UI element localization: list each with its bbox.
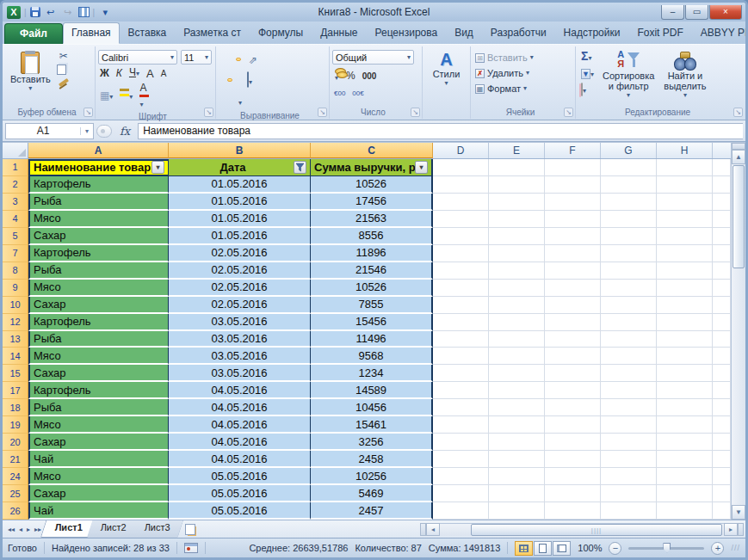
- tab-6[interactable]: Рецензирова: [366, 22, 446, 44]
- cell-empty[interactable]: [433, 262, 489, 280]
- formula-bar-options[interactable]: [96, 125, 112, 138]
- cell-b24[interactable]: 05.05.2016: [169, 468, 311, 485]
- cell-b19[interactable]: 04.05.2016: [169, 416, 311, 434]
- align-middle-button[interactable]: [227, 58, 232, 61]
- cell-empty[interactable]: [489, 382, 545, 399]
- cell-empty[interactable]: [713, 262, 731, 280]
- cell-empty[interactable]: [657, 245, 713, 262]
- scroll-down-icon[interactable]: ▼: [732, 505, 745, 520]
- cell-c26[interactable]: 2457: [311, 502, 433, 520]
- zoom-out-icon[interactable]: −: [609, 542, 621, 555]
- cell-c25[interactable]: 5469: [311, 485, 433, 502]
- cell-empty[interactable]: [545, 502, 601, 520]
- cell-empty[interactable]: [545, 194, 601, 211]
- cell-empty[interactable]: [545, 245, 601, 262]
- cell-empty[interactable]: [713, 485, 731, 502]
- cell-empty[interactable]: [545, 297, 601, 314]
- cell-empty[interactable]: [545, 416, 601, 434]
- cell-b14[interactable]: 03.05.2016: [169, 348, 311, 365]
- cell-empty[interactable]: [601, 228, 657, 245]
- wrap-text-button[interactable]: [236, 91, 244, 110]
- row-header-12[interactable]: 12: [3, 314, 28, 331]
- cell-empty[interactable]: [713, 451, 731, 468]
- cell-c15[interactable]: 1234: [311, 365, 433, 382]
- cell-b25[interactable]: 05.05.2016: [169, 485, 311, 502]
- hscroll-thumb[interactable]: ||||: [471, 524, 722, 536]
- cell-empty[interactable]: [601, 159, 657, 176]
- cell-b2[interactable]: 01.05.2016: [169, 176, 311, 194]
- tab-9[interactable]: Надстройки: [555, 22, 629, 44]
- tab-11[interactable]: ABBYY PDF T: [692, 22, 748, 44]
- column-header-G[interactable]: G: [601, 143, 657, 158]
- cell-empty[interactable]: [433, 502, 489, 520]
- cell-empty[interactable]: [713, 502, 731, 520]
- row-header-7[interactable]: 7: [3, 245, 28, 262]
- cell-c17[interactable]: 14589: [311, 382, 433, 399]
- cell-empty[interactable]: [713, 314, 731, 331]
- align-center-button[interactable]: [227, 78, 232, 82]
- cell-a19[interactable]: Мясо: [28, 416, 169, 434]
- cell-empty[interactable]: [601, 280, 657, 297]
- cell-empty[interactable]: [713, 194, 731, 211]
- cell-empty[interactable]: [657, 280, 713, 297]
- prev-sheet-icon[interactable]: ◂: [17, 526, 24, 533]
- cell-empty[interactable]: [545, 280, 601, 297]
- accounting-format-button[interactable]: [332, 66, 341, 85]
- cell-a26[interactable]: Чай: [28, 502, 169, 520]
- cell-empty[interactable]: [601, 245, 657, 262]
- cell-b3[interactable]: 01.05.2016: [169, 194, 311, 211]
- select-all-corner[interactable]: [3, 143, 28, 158]
- cell-empty[interactable]: [657, 262, 713, 280]
- cell-c12[interactable]: 15456: [311, 314, 433, 331]
- cell-b17[interactable]: 04.05.2016: [169, 382, 311, 399]
- tab-7[interactable]: Вид: [446, 22, 482, 44]
- cell-empty[interactable]: [433, 399, 489, 416]
- cell-empty[interactable]: [713, 159, 731, 176]
- cell-empty[interactable]: [601, 194, 657, 211]
- find-select-button[interactable]: Найти ивыделить: [660, 48, 709, 107]
- next-sheet-icon[interactable]: ▸: [25, 526, 32, 533]
- cell-b1[interactable]: Дата: [169, 159, 311, 176]
- cell-empty[interactable]: [657, 485, 713, 502]
- tab-5[interactable]: Данные: [312, 22, 366, 44]
- cell-empty[interactable]: [657, 176, 713, 194]
- cell-empty[interactable]: [545, 314, 601, 331]
- scroll-up-icon[interactable]: ▲: [732, 150, 745, 164]
- row-header-17[interactable]: 17: [3, 382, 28, 399]
- cell-empty[interactable]: [545, 211, 601, 228]
- decrease-indent-button[interactable]: [219, 99, 224, 102]
- cell-empty[interactable]: [657, 416, 713, 434]
- cell-empty[interactable]: [713, 416, 731, 434]
- paste-button[interactable]: Вставить: [7, 48, 54, 107]
- cell-empty[interactable]: [489, 416, 545, 434]
- row-header-1[interactable]: 1: [3, 159, 28, 176]
- row-header-19[interactable]: 19: [3, 416, 28, 434]
- bold-button[interactable]: Ж: [98, 67, 111, 80]
- cell-empty[interactable]: [489, 451, 545, 468]
- cell-empty[interactable]: [713, 399, 731, 416]
- cell-empty[interactable]: [433, 245, 489, 262]
- autosum-button[interactable]: Σ: [578, 51, 597, 64]
- format-painter-icon[interactable]: [59, 78, 69, 87]
- filter-funnel-button-b[interactable]: [294, 161, 306, 174]
- tab-8[interactable]: Разработчи: [482, 22, 555, 44]
- cell-empty[interactable]: [713, 331, 731, 348]
- cell-empty[interactable]: [489, 399, 545, 416]
- italic-button[interactable]: К: [114, 67, 124, 80]
- sheet-tab-Лист3[interactable]: Лист3: [131, 520, 184, 538]
- cell-empty[interactable]: [601, 176, 657, 194]
- save-icon[interactable]: [30, 7, 40, 17]
- delete-cells-button[interactable]: ✗Удалить: [473, 65, 572, 81]
- cell-b21[interactable]: 04.05.2016: [169, 451, 311, 468]
- cell-empty[interactable]: [489, 468, 545, 485]
- cell-empty[interactable]: [489, 331, 545, 348]
- cell-empty[interactable]: [601, 399, 657, 416]
- thousands-button[interactable]: 000: [361, 70, 379, 83]
- cell-empty[interactable]: [601, 416, 657, 434]
- row-header-9[interactable]: 9: [3, 280, 28, 297]
- column-header-A[interactable]: A: [28, 143, 169, 158]
- cell-empty[interactable]: [433, 176, 489, 194]
- format-cells-button[interactable]: ▦Формат: [473, 81, 572, 96]
- column-header-partial[interactable]: [713, 143, 731, 158]
- cell-c9[interactable]: 10526: [311, 280, 433, 297]
